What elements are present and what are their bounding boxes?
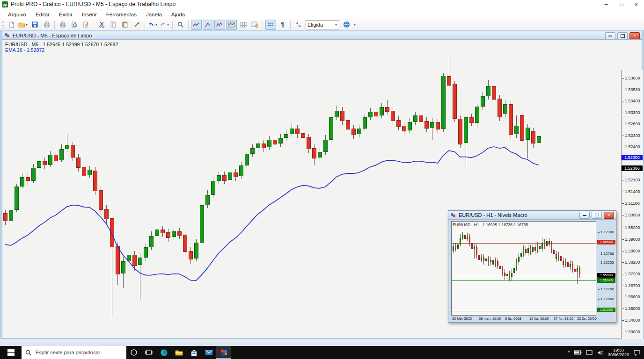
minimize-icon	[583, 215, 586, 216]
open-file-button[interactable]: ▼	[18, 20, 29, 30]
copy-button[interactable]	[108, 20, 119, 30]
chart-type-candle-button[interactable]	[226, 20, 237, 30]
redo-button[interactable]: ▼	[159, 20, 170, 30]
price-tick: 1.53300	[622, 110, 640, 115]
page-edit-icon	[83, 22, 89, 28]
order-routing-button[interactable]	[293, 20, 304, 30]
zoom-button[interactable]	[175, 20, 186, 30]
cut-button[interactable]	[96, 20, 107, 30]
cortana-button[interactable]	[126, 346, 141, 359]
file-explorer-icon	[175, 349, 183, 356]
inner-window-title: EUR/USD - H1 - Niveis Macro	[459, 212, 527, 218]
search-input[interactable]	[35, 349, 116, 356]
inner-chart-plot[interactable]	[451, 221, 596, 316]
battery-icon[interactable]	[574, 350, 582, 355]
price-tick: 1.33000	[622, 329, 640, 335]
paste-button[interactable]	[120, 20, 131, 30]
candle-body	[539, 246, 541, 249]
save-button[interactable]	[29, 20, 40, 30]
menu-item-arquivo[interactable]: Arquivo	[4, 11, 30, 18]
price-tick: 1.53400	[622, 98, 640, 104]
edge-button[interactable]	[156, 346, 171, 359]
price-tick: 1.36600	[622, 294, 640, 300]
app-titlebar[interactable]: pp Profit PRO - Gráfico - EUR/USD - M5 -…	[0, 0, 644, 9]
grid-button[interactable]	[238, 20, 249, 30]
chart-type-line-button[interactable]	[191, 20, 202, 30]
new-file-button[interactable]	[6, 20, 17, 30]
action-center-icon[interactable]	[633, 350, 640, 356]
candle-body	[513, 268, 515, 273]
volume-icon[interactable]	[597, 350, 604, 355]
price-tick: 1.12300	[598, 230, 614, 235]
candle-body	[546, 241, 548, 246]
globe-icon	[343, 21, 350, 28]
price-tick: 1.52400	[622, 144, 640, 150]
toolbar-grip	[2, 21, 4, 29]
inner-window-titlebar[interactable]: EUR/USD - H1 - Niveis Macro ×	[448, 211, 616, 220]
menu-item-ajuda[interactable]: Ajuda	[167, 11, 189, 18]
chart-window-minimize-button[interactable]	[605, 32, 615, 39]
price-levels-toggle[interactable]	[265, 20, 276, 30]
profit-app-button[interactable]	[216, 346, 231, 359]
copy-icon	[110, 22, 117, 28]
candle-body	[574, 269, 576, 272]
format-painter-button[interactable]	[132, 20, 142, 30]
menu-item-exibir[interactable]: Exibir	[55, 11, 77, 18]
candle-body	[485, 258, 487, 261]
candle-body	[509, 274, 510, 277]
inner-restore-button[interactable]	[592, 212, 602, 219]
help-button[interactable]	[341, 20, 352, 30]
print-button[interactable]	[41, 20, 52, 30]
taskbar-clock[interactable]: 19:33 30/06/2020	[608, 348, 629, 357]
chart-window-close-button[interactable]: ×	[629, 32, 640, 39]
chart-config-button[interactable]	[249, 20, 260, 30]
tray-chevron-icon[interactable]: ^	[568, 350, 570, 355]
inner-price-axis: 1.123001.555651.127661.122551.550601.550…	[597, 221, 616, 316]
price-tick: 1.12560	[598, 296, 614, 302]
app-close-button[interactable]: ×	[629, 0, 643, 9]
inner-close-button[interactable]: ×	[604, 212, 614, 219]
taskbar-search[interactable]	[22, 346, 126, 359]
price-tick: 1.12255	[598, 260, 614, 266]
price-tick: 1.55200	[622, 225, 640, 230]
app-maximize-button[interactable]: □	[615, 0, 629, 9]
candle-body	[551, 244, 552, 250]
chart-window-titlebar[interactable]: EUR/USD - M5 - Espaço de Limpo ×	[2, 31, 642, 40]
page-setup-button[interactable]	[80, 20, 91, 30]
candle-body	[570, 264, 571, 267]
zigzag-chart-icon	[216, 22, 223, 28]
time-tick: 58 msn. 16:00	[479, 316, 501, 321]
chart-type-zigzag-button[interactable]	[214, 20, 225, 30]
candle-body	[542, 243, 543, 249]
mail-button[interactable]	[201, 346, 216, 359]
network-icon[interactable]	[586, 350, 593, 355]
price-badge: 1.55060	[597, 273, 615, 278]
print-preview-icon	[71, 22, 77, 28]
magnifier-icon	[177, 22, 183, 28]
app-minimize-button[interactable]: –	[599, 0, 613, 9]
print-preview-button[interactable]	[69, 20, 80, 30]
paragraph-toggle[interactable]: ¶	[277, 20, 288, 30]
menu-item-ferramentas[interactable]: Ferramentas	[102, 11, 141, 18]
quick-print-button[interactable]	[57, 20, 68, 30]
chart-window-restore-button[interactable]	[617, 32, 628, 39]
task-view-button[interactable]	[141, 346, 156, 359]
strategy-dropdown[interactable]: Eligida ▼	[306, 20, 339, 29]
toolbar-overflow-caret-icon[interactable]: ▼	[353, 23, 356, 26]
menu-item-editar[interactable]: Editar	[31, 11, 54, 18]
chart-type-tick-button[interactable]	[203, 20, 213, 30]
candle-body	[530, 248, 531, 252]
clock-time: 19:33	[608, 348, 629, 352]
restore-icon	[621, 34, 625, 38]
menu-item-janela[interactable]: Janela	[142, 11, 166, 18]
store-button[interactable]	[186, 346, 201, 359]
start-button[interactable]	[0, 346, 22, 359]
undo-button[interactable]: ▼	[147, 20, 158, 30]
inner-minimize-button[interactable]	[579, 212, 590, 219]
grid-icon	[240, 22, 247, 28]
menu-item-inserir[interactable]: Inserir	[78, 11, 101, 18]
minimize-icon	[608, 36, 612, 36]
file-explorer-button[interactable]	[171, 346, 186, 359]
search-icon	[25, 350, 31, 356]
price-tick: 1.34000	[622, 317, 640, 323]
